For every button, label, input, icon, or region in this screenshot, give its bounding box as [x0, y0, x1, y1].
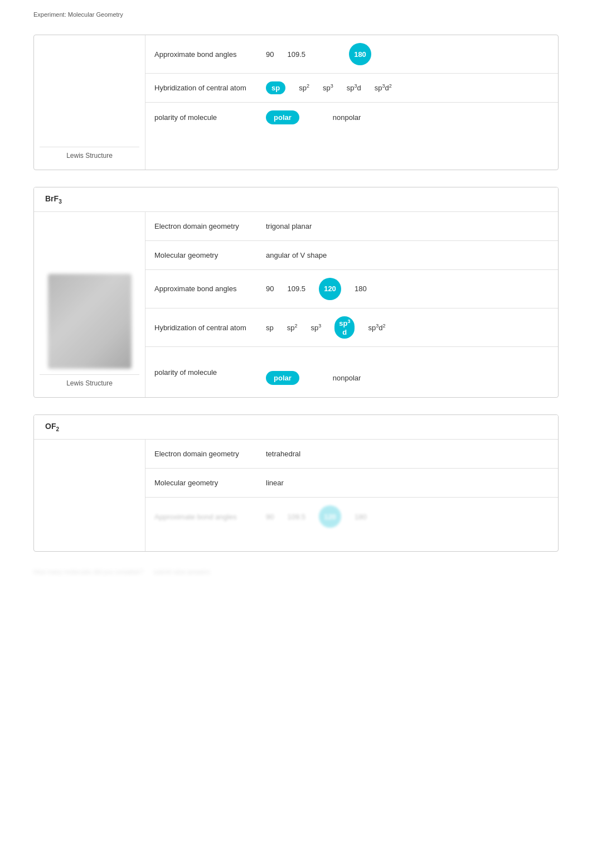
page-title: Experiment: Molecular Geometry: [33, 11, 123, 18]
edg-label-of2: Electron domain geometry: [154, 450, 266, 458]
molecule-name-of2: OF2: [34, 415, 558, 440]
polarity-label-brf3: polarity of molecule: [154, 368, 266, 377]
lewis-label-brf3: Lewis Structure: [40, 374, 139, 392]
lewis-label-1: Lewis Structure: [40, 147, 139, 164]
mg-label-brf3: Molecular geometry: [154, 251, 266, 259]
mg-label-of2: Molecular geometry: [154, 479, 266, 487]
polar-selected-brf3[interactable]: polar: [266, 371, 299, 385]
edg-text-brf3: trigonal planar: [266, 222, 312, 230]
polarity-label-1: polarity of molecule: [154, 113, 266, 122]
lewis-col-of2: [34, 440, 145, 551]
hybrid-sp3d-brf3-selected[interactable]: sp3d: [334, 316, 355, 339]
bond-angle-1095-of2: 109.5: [287, 513, 305, 521]
molecule-card-brf3: BrF3 Lewis Structure Electron domain geo…: [33, 187, 559, 398]
bond-angles-label-1: Approximate bond angles: [154, 50, 266, 59]
polarity-value-brf3: polar nonpolar: [266, 360, 549, 385]
edg-text-of2: tetrahedral: [266, 450, 300, 458]
hybrid-sp3d2-brf3[interactable]: sp3d2: [368, 323, 385, 332]
mg-row-brf3: Molecular geometry angular of V shape: [145, 241, 558, 270]
hybrid-value-1: sp sp2 sp3 sp3d sp3d2: [266, 81, 549, 94]
bond-angles-row-of2: Approximate bond angles 90 109.5 120 180: [145, 498, 558, 536]
hybrid-sp2-1[interactable]: sp2: [299, 83, 309, 92]
hybrid-sp3-1[interactable]: sp3: [323, 83, 333, 92]
hybrid-options-1: sp sp2 sp3 sp3d sp3d2: [266, 81, 392, 94]
molecule-card-1: Lewis Structure Approximate bond angles …: [33, 35, 559, 170]
molecule-name-brf3: BrF3: [34, 187, 558, 212]
bond-angles-row-brf3: Approximate bond angles 90 109.5 120 180: [145, 270, 558, 308]
hybrid-label-1: Hybridization of central atom: [154, 84, 266, 92]
bond-angles-value-of2: 90 109.5 120 180: [266, 505, 549, 528]
card-brf3-body: Lewis Structure Electron domain geometry…: [34, 212, 558, 398]
molecule-card-of2: OF2 Electron domain geometry tetrahedral…: [33, 414, 559, 552]
lewis-col-brf3: Lewis Structure: [34, 212, 145, 398]
bond-angles-value-brf3: 90 109.5 120 180: [266, 278, 549, 300]
page-header: Experiment: Molecular Geometry: [33, 11, 559, 18]
nonpolar-brf3[interactable]: nonpolar: [333, 374, 361, 382]
bond-angles-value-1: 90 109.5 180: [266, 43, 549, 65]
footer-text2: submit view answers: [153, 568, 210, 575]
fields-col-brf3: Electron domain geometry trigonal planar…: [145, 212, 558, 398]
bond-angles-row-1: Approximate bond angles 90 109.5 180: [145, 35, 558, 74]
polarity-value-1: polar nonpolar: [266, 110, 549, 124]
edg-value-brf3: trigonal planar: [266, 222, 549, 230]
edg-row-of2: Electron domain geometry tetrahedral: [145, 440, 558, 469]
polarity-row-1: polarity of molecule polar nonpolar: [145, 103, 558, 132]
hybrid-sp3d-1[interactable]: sp3d: [347, 83, 361, 92]
footer-text1: How many molecules did you complete?: [33, 568, 143, 575]
polarity-row-brf3: polarity of molecule polar nonpolar: [145, 347, 558, 397]
bond-angle-1095-brf3[interactable]: 109.5: [287, 284, 305, 293]
bond-angle-180-of2: 180: [355, 513, 367, 521]
fields-col-1: Approximate bond angles 90 109.5 180 Hyb…: [145, 35, 558, 170]
hybrid-options-brf3: sp sp2 sp3 sp3d sp3d2: [266, 316, 385, 339]
hybrid-label-brf3: Hybridization of central atom: [154, 324, 266, 332]
fields-col-of2: Electron domain geometry tetrahedral Mol…: [145, 440, 558, 551]
footer: How many molecules did you complete? sub…: [33, 568, 559, 575]
bond-angle-180-brf3[interactable]: 180: [355, 284, 367, 293]
molecule-name-text-brf3: BrF3: [45, 194, 62, 203]
mg-value-of2: linear: [266, 479, 549, 487]
edg-label-brf3: Electron domain geometry: [154, 222, 266, 230]
bond-angles-options-1: 90 109.5 180: [266, 43, 371, 65]
edg-value-of2: tetrahedral: [266, 450, 549, 458]
polar-selected-1[interactable]: polar: [266, 110, 299, 124]
bond-angle-180-1-selected[interactable]: 180: [349, 43, 371, 65]
hybrid-row-brf3: Hybridization of central atom sp sp2 sp3…: [145, 308, 558, 348]
hybrid-value-brf3: sp sp2 sp3 sp3d sp3d2: [266, 316, 549, 339]
mg-value-brf3: angular of V shape: [266, 251, 549, 259]
bond-angles-options-brf3: 90 109.5 120 180: [266, 278, 367, 300]
bond-angles-label-brf3: Approximate bond angles: [154, 284, 266, 293]
bond-angle-90-1[interactable]: 90: [266, 50, 274, 59]
bond-angle-120-brf3-selected[interactable]: 120: [319, 278, 341, 300]
polar-options-brf3: polar nonpolar: [266, 371, 549, 385]
hybrid-sp2-brf3[interactable]: sp2: [287, 323, 298, 332]
bond-angle-90-of2: 90: [266, 513, 274, 521]
hybrid-sp-brf3[interactable]: sp: [266, 324, 274, 332]
mg-text-of2: linear: [266, 479, 284, 487]
polar-options-1: polar nonpolar: [266, 110, 549, 124]
nonpolar-1[interactable]: nonpolar: [333, 113, 361, 122]
lewis-placeholder-of2: [48, 445, 132, 546]
edg-row-brf3: Electron domain geometry trigonal planar: [145, 212, 558, 241]
bond-angle-90-brf3[interactable]: 90: [266, 284, 274, 293]
mg-text-brf3: angular of V shape: [266, 251, 327, 259]
lewis-image-brf3: [48, 274, 132, 369]
molecule-name-text-of2: OF2: [45, 422, 59, 431]
lewis-col-1: Lewis Structure: [34, 35, 145, 170]
hybrid-row-1: Hybridization of central atom sp sp2 sp3…: [145, 74, 558, 103]
bond-angles-options-of2: 90 109.5 120 180: [266, 505, 367, 528]
hybrid-sp3-brf3[interactable]: sp3: [310, 323, 321, 332]
bond-angle-1095-1[interactable]: 109.5: [287, 50, 305, 59]
card-1-body: Lewis Structure Approximate bond angles …: [34, 35, 558, 170]
hybrid-sp-1-selected[interactable]: sp: [266, 81, 285, 94]
bond-angles-label-of2: Approximate bond angles: [154, 513, 266, 521]
mg-row-of2: Molecular geometry linear: [145, 469, 558, 498]
hybrid-sp3d2-1[interactable]: sp3d2: [375, 83, 392, 92]
bond-angle-120-of2-selected: 120: [319, 505, 341, 528]
lewis-placeholder-1: [48, 41, 132, 141]
card-of2-body: Electron domain geometry tetrahedral Mol…: [34, 440, 558, 551]
